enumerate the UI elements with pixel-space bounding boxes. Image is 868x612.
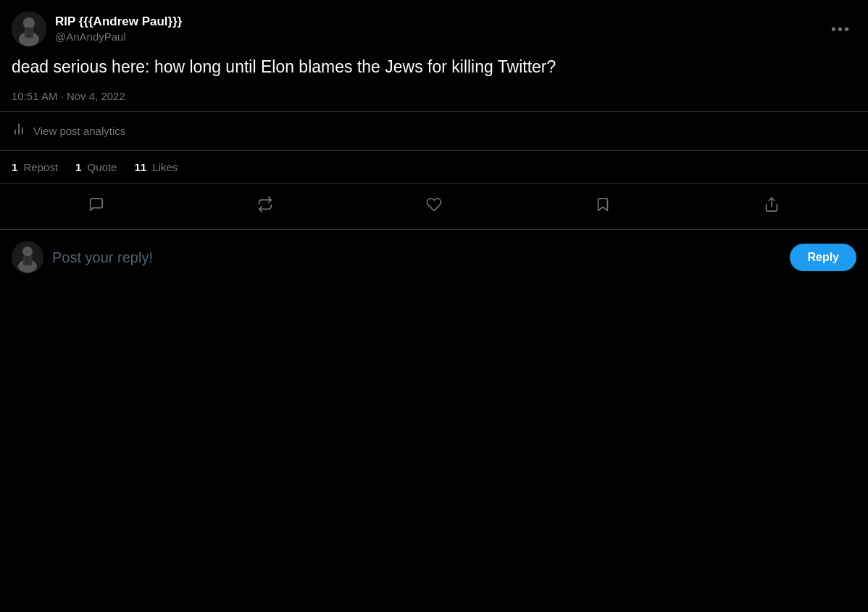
likes-stat[interactable]: 11 Likes xyxy=(134,161,178,173)
likes-count: 11 xyxy=(134,161,146,173)
username[interactable]: @AnAndyPaul xyxy=(55,30,182,44)
reposts-stat[interactable]: 1 Repost xyxy=(12,161,58,173)
analytics-icon xyxy=(12,122,26,140)
svg-point-1 xyxy=(23,17,35,29)
reply-input-placeholder[interactable]: Post your reply! xyxy=(52,249,781,266)
tweet-header-left: RIP {{{Andrew Paul}}} @AnAndyPaul xyxy=(12,12,182,46)
display-name[interactable]: RIP {{{Andrew Paul}}} xyxy=(55,14,182,30)
repost-action-button[interactable] xyxy=(251,190,280,219)
bookmark-action-button[interactable] xyxy=(588,190,617,219)
tweet-container: RIP {{{Andrew Paul}}} @AnAndyPaul ••• de… xyxy=(0,0,868,285)
avatar[interactable] xyxy=(12,12,46,46)
quotes-stat[interactable]: 1 Quote xyxy=(75,161,117,173)
tweet-timestamp: 10:51 AM · Nov 4, 2022 xyxy=(12,90,856,102)
repost-count: 1 xyxy=(12,161,17,173)
stats-row: 1 Repost 1 Quote 11 Likes xyxy=(12,151,856,183)
analytics-label: View post analytics xyxy=(33,125,125,137)
likes-label: Likes xyxy=(152,161,178,173)
quote-count: 1 xyxy=(75,161,81,173)
reply-action-button[interactable] xyxy=(82,190,111,219)
svg-point-10 xyxy=(22,247,33,257)
user-info: RIP {{{Andrew Paul}}} @AnAndyPaul xyxy=(55,14,182,44)
share-action-button[interactable] xyxy=(757,190,786,219)
action-row xyxy=(12,184,856,229)
reply-button[interactable]: Reply xyxy=(790,244,856,271)
repost-label: Repost xyxy=(24,161,59,173)
reply-avatar xyxy=(12,241,43,273)
analytics-row[interactable]: View post analytics xyxy=(12,112,856,150)
tweet-header: RIP {{{Andrew Paul}}} @AnAndyPaul ••• xyxy=(12,12,856,46)
quote-label: Quote xyxy=(88,161,117,173)
like-action-button[interactable] xyxy=(420,190,448,219)
reply-area: Post your reply! Reply xyxy=(12,230,856,285)
more-options-button[interactable]: ••• xyxy=(825,18,856,41)
tweet-content: dead serious here: how long until Elon b… xyxy=(12,55,856,78)
